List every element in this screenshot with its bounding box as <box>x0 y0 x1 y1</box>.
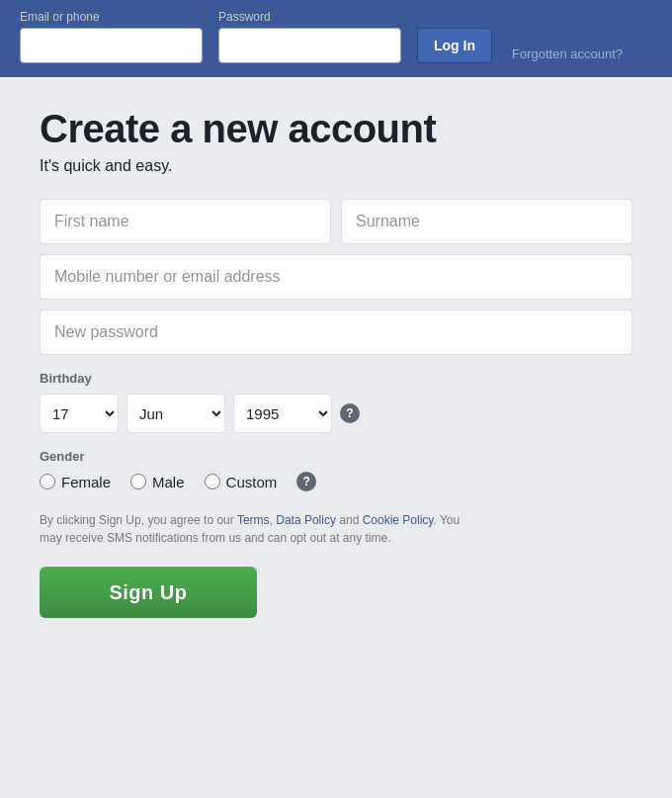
gender-label: Gender <box>40 449 632 464</box>
email-label: Email or phone <box>20 10 203 24</box>
mobile-email-input[interactable] <box>40 254 632 300</box>
email-field-group: Email or phone <box>20 10 203 63</box>
subtitle: It's quick and easy. <box>40 157 632 175</box>
gender-female-radio[interactable] <box>40 474 55 489</box>
gender-custom-radio[interactable] <box>205 474 220 489</box>
gender-female-option[interactable]: Female <box>40 474 111 490</box>
gender-male-label: Male <box>152 474 185 490</box>
gender-female-label: Female <box>61 474 111 490</box>
main-content: Create a new account It's quick and easy… <box>0 77 672 658</box>
password-input[interactable] <box>218 28 401 63</box>
cookie-policy-link[interactable]: Cookie Policy <box>363 513 434 527</box>
gender-section: Gender Female Male Custom ? <box>40 449 632 491</box>
birthday-month-select[interactable]: Jun JanFebMarApr MayJulAugSep OctNovDec <box>126 394 225 433</box>
forgotten-account-link[interactable]: Forgotten account? <box>512 46 623 61</box>
email-input[interactable] <box>20 28 203 63</box>
gender-male-radio[interactable] <box>130 474 146 489</box>
login-button[interactable]: Log In <box>417 28 492 63</box>
gender-custom-option[interactable]: Custom <box>205 474 278 490</box>
gender-help-icon[interactable]: ? <box>296 472 316 491</box>
birthday-day-select[interactable]: 17 1234 5678 9101112 13141516 18192021 2… <box>40 394 119 433</box>
birthday-section: Birthday 17 1234 5678 9101112 13141516 1… <box>40 371 632 433</box>
birthday-label: Birthday <box>40 371 632 386</box>
new-password-input[interactable] <box>40 310 632 355</box>
birthday-year-select[interactable]: 1995 2005200420032002 2001200019991998 1… <box>233 394 332 433</box>
terms-text: By clicking Sign Up, you agree to our Te… <box>40 511 474 547</box>
password-label: Password <box>218 10 401 24</box>
gender-row: Female Male Custom ? <box>40 472 632 491</box>
birthday-help-icon[interactable]: ? <box>340 403 360 423</box>
signup-button[interactable]: Sign Up <box>40 567 257 618</box>
name-row <box>40 199 632 244</box>
header: Email or phone Password Log In Forgotten… <box>0 0 672 77</box>
first-name-input[interactable] <box>40 199 331 244</box>
page-title: Create a new account <box>40 107 632 151</box>
new-password-row <box>40 310 632 355</box>
surname-input[interactable] <box>341 199 632 244</box>
password-field-group: Password <box>218 10 401 63</box>
data-policy-link[interactable]: Data Policy <box>276 513 336 527</box>
gender-custom-label: Custom <box>226 474 278 490</box>
gender-male-option[interactable]: Male <box>130 474 185 490</box>
terms-link[interactable]: Terms <box>237 513 270 527</box>
mobile-email-row <box>40 254 632 300</box>
birthday-row: 17 1234 5678 9101112 13141516 18192021 2… <box>40 394 632 433</box>
